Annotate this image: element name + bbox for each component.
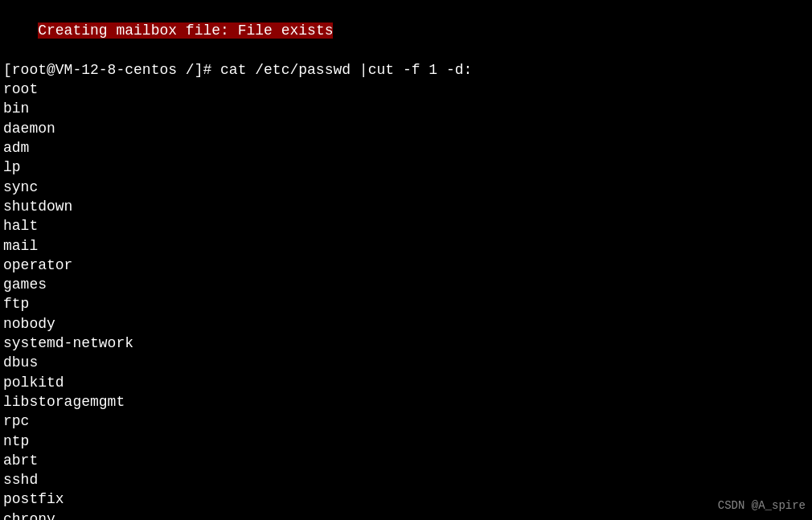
list-item: bin xyxy=(3,99,809,118)
list-item: polkitd xyxy=(3,373,809,392)
list-item: chrony xyxy=(3,510,809,520)
list-item: abrt xyxy=(3,451,809,470)
list-item: rpc xyxy=(3,411,809,431)
list-item: root xyxy=(3,80,809,99)
list-item: halt xyxy=(3,216,809,235)
list-item: daemon xyxy=(3,119,809,138)
terminal: Creating mailbox file: File exists [root… xyxy=(0,0,812,520)
command-line: [root@VM-12-8-centos /]# cat /etc/passwd… xyxy=(3,60,809,80)
list-item: operator xyxy=(3,256,809,275)
list-item: systemd-network xyxy=(3,334,809,353)
error-line: Creating mailbox file: File exists xyxy=(3,2,809,60)
list-item: ftp xyxy=(3,294,809,313)
watermark: CSDN @A_spire xyxy=(718,499,806,512)
list-item: shutdown xyxy=(3,197,809,216)
list-item: postfix xyxy=(3,489,809,509)
list-item: games xyxy=(3,275,809,294)
list-item: sshd xyxy=(3,470,809,489)
list-item: sync xyxy=(3,178,809,197)
list-item: libstoragemgmt xyxy=(3,392,809,411)
list-item: nobody xyxy=(3,314,809,334)
user-list: rootbindaemonadmlpsyncshutdownhaltmailop… xyxy=(3,80,809,520)
list-item: adm xyxy=(3,138,809,158)
list-item: dbus xyxy=(3,353,809,372)
list-item: lp xyxy=(3,158,809,177)
list-item: ntp xyxy=(3,432,809,451)
error-text: Creating mailbox file: File exists xyxy=(38,23,333,39)
list-item: mail xyxy=(3,236,809,256)
